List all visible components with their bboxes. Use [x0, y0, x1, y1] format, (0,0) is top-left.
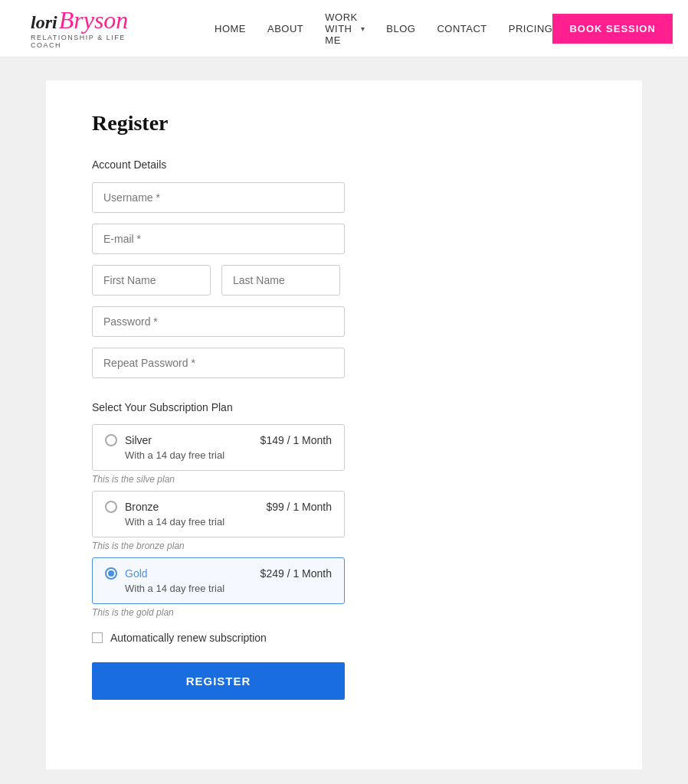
nav-home[interactable]: HOME: [215, 23, 246, 34]
logo-name: lori Bryson: [31, 8, 153, 32]
plan-bronze-description: This is the bronze plan: [92, 541, 596, 551]
email-group: [92, 224, 596, 254]
nav-blog[interactable]: BLOG: [386, 23, 415, 34]
subscription-section: Select Your Subscription Plan Silver $14…: [92, 401, 596, 618]
username-input[interactable]: [92, 182, 345, 213]
username-group: [92, 182, 596, 213]
first-name-input[interactable]: [92, 265, 211, 296]
plan-bronze-price: $99 / 1 Month: [266, 501, 332, 513]
plan-silver[interactable]: Silver $149 / 1 Month With a 14 day free…: [92, 424, 345, 471]
register-button[interactable]: Register: [92, 662, 345, 700]
logo-bryson: Bryson: [59, 8, 129, 32]
radio-gold-inner: [108, 570, 114, 577]
plan-silver-description: This is the silve plan: [92, 474, 596, 485]
password-input[interactable]: [92, 306, 345, 337]
plan-gold-trial: With a 14 day free trial: [105, 583, 332, 594]
auto-renew-label: Automatically renew subscription: [110, 632, 267, 644]
plan-bronze-trial: With a 14 day free trial: [105, 516, 332, 528]
name-row: [92, 265, 596, 296]
plan-silver-name: Silver: [125, 434, 152, 446]
chevron-down-icon: ▾: [361, 24, 365, 33]
email-input[interactable]: [92, 224, 345, 254]
nav-pricing[interactable]: PRICING: [509, 23, 553, 34]
logo-subtitle: RELATIONSHIP & LIFE COACH: [31, 34, 153, 49]
page-title: Register: [92, 111, 596, 136]
password-group: [92, 306, 596, 337]
plan-bronze-left: Bronze: [105, 501, 159, 513]
main-nav: HOME ABOUT WORK WITH ME ▾ BLOG CONTACT P…: [215, 11, 552, 46]
plan-bronze[interactable]: Bronze $99 / 1 Month With a 14 day free …: [92, 491, 345, 537]
logo-lori: lori: [31, 13, 57, 31]
plan-gold[interactable]: Gold $249 / 1 Month With a 14 day free t…: [92, 557, 345, 604]
plan-silver-row: Silver $149 / 1 Month: [105, 434, 332, 446]
plan-gold-description: This is the gold plan: [92, 607, 596, 618]
auto-renew-row: Automatically renew subscription: [92, 632, 596, 644]
subscription-label: Select Your Subscription Plan: [92, 401, 596, 413]
account-details-label: Account Details: [92, 158, 596, 171]
plan-gold-price: $249 / 1 Month: [260, 567, 332, 580]
plan-silver-left: Silver: [105, 434, 152, 446]
last-name-input[interactable]: [221, 265, 340, 296]
plan-silver-trial: With a 14 day free trial: [105, 449, 332, 461]
radio-silver[interactable]: [105, 434, 117, 446]
repeat-password-input[interactable]: [92, 348, 345, 378]
plan-gold-left: Gold: [105, 567, 148, 580]
nav-contact[interactable]: CONTACT: [437, 23, 487, 34]
content-card: Register Account Details Select Your Sub…: [46, 80, 642, 769]
nav-work-with-me[interactable]: WORK WITH ME ▾: [325, 11, 365, 46]
repeat-password-group: [92, 348, 596, 378]
plan-bronze-row: Bronze $99 / 1 Month: [105, 501, 332, 513]
nav-about[interactable]: ABOUT: [267, 23, 303, 34]
logo: lori Bryson RELATIONSHIP & LIFE COACH: [31, 8, 153, 49]
radio-gold[interactable]: [105, 567, 117, 580]
header: lori Bryson RELATIONSHIP & LIFE COACH HO…: [0, 0, 688, 57]
auto-renew-checkbox[interactable]: [92, 632, 103, 643]
plan-bronze-name: Bronze: [125, 501, 159, 513]
page-wrapper: Register Account Details Select Your Sub…: [0, 57, 688, 784]
plan-gold-row: Gold $249 / 1 Month: [105, 567, 332, 580]
plan-silver-price: $149 / 1 Month: [260, 434, 332, 446]
plan-gold-name: Gold: [125, 567, 148, 580]
book-session-button[interactable]: BOOK SESSION: [552, 14, 672, 44]
radio-bronze[interactable]: [105, 501, 117, 513]
